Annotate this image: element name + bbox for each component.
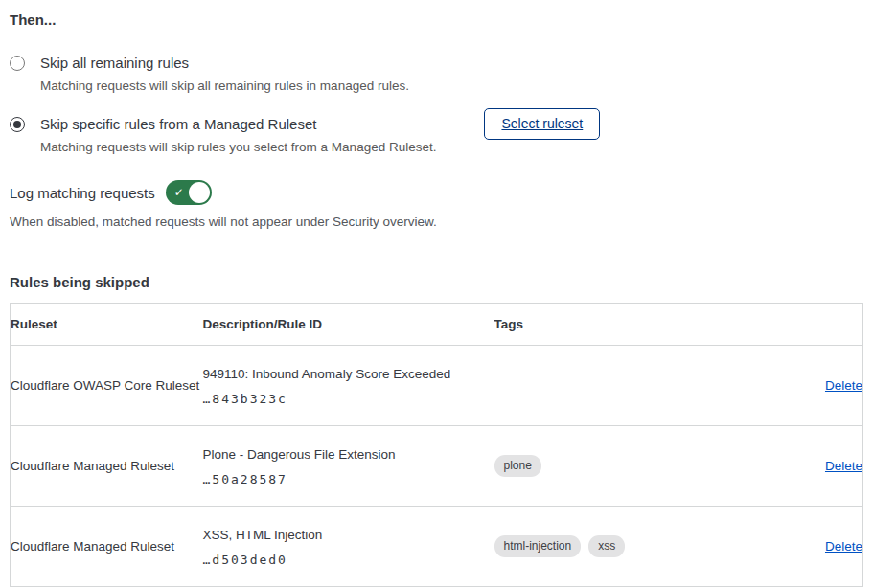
rule-description: XSS, HTML Injection (203, 527, 494, 544)
column-header-action (768, 304, 863, 346)
option-skip-specific: Skip specific rules from a Managed Rules… (10, 115, 862, 156)
skip-all-remaining-radio[interactable] (10, 56, 25, 71)
table-row: Cloudflare Managed Ruleset XSS, HTML Inj… (11, 507, 863, 587)
skip-specific-description: Matching requests will skip rules you se… (40, 139, 436, 156)
action-cell: Delete (768, 426, 863, 507)
log-matching-requests-toggle[interactable]: ✓ (166, 180, 212, 205)
skip-all-remaining-description: Matching requests will skip all remainin… (40, 78, 409, 95)
then-options: Skip all remaining rules Matching reques… (10, 54, 862, 156)
table-row: Cloudflare Managed Ruleset Plone - Dange… (11, 426, 863, 507)
column-header-ruleset: Ruleset (11, 304, 203, 346)
skip-specific-label: Skip specific rules from a Managed Rules… (40, 115, 436, 134)
description-cell: Plone - Dangerous File Extension …50a285… (203, 426, 494, 507)
rules-table-body: Cloudflare OWASP Core Ruleset 949110: In… (11, 346, 863, 587)
table-row: Cloudflare OWASP Core Ruleset 949110: In… (11, 346, 863, 426)
column-header-description-rule-id: Description/Rule ID (203, 304, 494, 346)
description-cell: XSS, HTML Injection …d503ded0 (203, 507, 494, 587)
tag-badge: plone (494, 455, 541, 477)
toggle-knob (189, 182, 210, 203)
ruleset-cell: Cloudflare Managed Ruleset (11, 426, 203, 507)
delete-link[interactable]: Delete (825, 459, 862, 473)
option-skip-all-remaining: Skip all remaining rules Matching reques… (10, 54, 862, 95)
log-matching-requests-description: When disabled, matched requests will not… (10, 214, 862, 231)
tag-badge: html-injection (494, 535, 582, 557)
rules-being-skipped-table: Ruleset Description/Rule ID Tags Cloudfl… (10, 303, 863, 587)
then-heading: Then... (10, 11, 862, 28)
rule-description: Plone - Dangerous File Extension (203, 446, 494, 464)
skip-rule-config-panel: Then... Skip all remaining rules Matchin… (0, 0, 873, 587)
ruleset-cell: Cloudflare Managed Ruleset (11, 507, 203, 587)
skip-specific-radio[interactable] (10, 117, 25, 132)
description-cell: 949110: Inbound Anomaly Score Exceeded …… (203, 346, 494, 426)
delete-link[interactable]: Delete (825, 378, 862, 393)
tags-cell: html-injectionxss (494, 507, 768, 587)
ruleset-cell: Cloudflare OWASP Core Ruleset (11, 346, 203, 426)
rule-id: …d503ded0 (203, 553, 494, 567)
action-cell: Delete (768, 507, 863, 587)
delete-link[interactable]: Delete (825, 539, 862, 554)
rule-id: …843b323c (203, 392, 494, 406)
rules-being-skipped-heading: Rules being skipped (10, 274, 862, 290)
tag-badge: xss (588, 535, 625, 557)
skip-all-remaining-label: Skip all remaining rules (40, 54, 409, 73)
tags-cell (494, 346, 768, 426)
column-header-tags: Tags (494, 304, 768, 346)
tags-cell: plone (494, 426, 768, 507)
rule-description: 949110: Inbound Anomaly Score Exceeded (203, 366, 494, 383)
log-matching-requests-label: Log matching requests (10, 185, 155, 201)
toggle-check-icon: ✓ (174, 185, 184, 200)
rule-id: …50a28587 (203, 472, 494, 486)
action-cell: Delete (768, 346, 863, 426)
select-ruleset-button[interactable]: Select ruleset (484, 108, 600, 140)
table-header-row: Ruleset Description/Rule ID Tags (11, 304, 863, 346)
log-matching-requests-row: Log matching requests ✓ (10, 180, 862, 205)
